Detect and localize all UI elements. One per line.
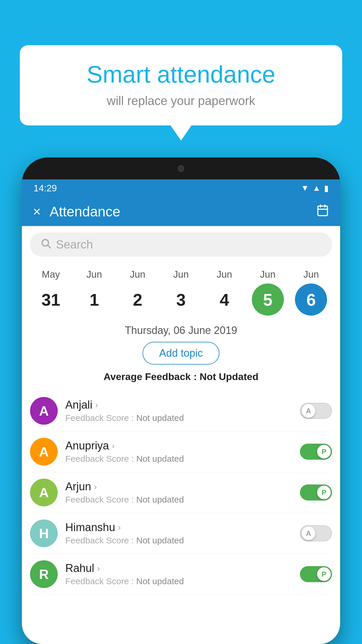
date-col[interactable]: Jun5 — [250, 269, 285, 316]
date-col[interactable]: Jun3 — [164, 269, 198, 316]
student-feedback: Feedback Score : Not updated — [65, 454, 292, 464]
student-row[interactable]: HHimanshu ›Feedback Score : Not updatedA — [30, 513, 332, 554]
student-row[interactable]: AAnupriya ›Feedback Score : Not updatedP — [30, 431, 332, 472]
date-number[interactable]: 1 — [78, 284, 110, 316]
toggle-knob: A — [302, 526, 315, 540]
speech-bubble: Smart attendance will replace your paper… — [20, 45, 342, 125]
chevron-icon: › — [95, 400, 98, 410]
avatar: A — [30, 397, 58, 425]
attendance-toggle[interactable]: P — [300, 566, 332, 582]
date-month: Jun — [217, 269, 232, 280]
speech-bubble-title: Smart attendance — [37, 61, 325, 88]
chevron-icon: › — [118, 523, 121, 532]
student-info: Anupriya ›Feedback Score : Not updated — [65, 440, 292, 464]
phone-notch — [22, 158, 340, 179]
student-info: Anjali ›Feedback Score : Not updated — [65, 399, 292, 423]
avatar: A — [30, 479, 58, 506]
date-number[interactable]: 5 — [252, 284, 284, 316]
date-col[interactable]: Jun6 — [294, 269, 328, 316]
date-month: Jun — [130, 269, 145, 280]
date-col[interactable]: Jun4 — [207, 269, 242, 316]
calendar-icon[interactable] — [316, 204, 329, 219]
student-feedback: Feedback Score : Not updated — [65, 576, 292, 586]
avatar: A — [30, 438, 58, 466]
student-feedback: Feedback Score : Not updated — [65, 495, 292, 505]
chevron-icon: › — [94, 482, 97, 491]
date-month: Jun — [173, 269, 189, 280]
app-header: × Attendance — [22, 197, 340, 226]
battery-icon: ▮ — [324, 183, 328, 193]
header-title: Attendance — [50, 204, 316, 220]
search-bar[interactable]: Search — [30, 232, 332, 257]
toggle-knob: P — [317, 486, 331, 499]
date-number[interactable]: 2 — [122, 284, 154, 316]
student-name: Rahul › — [65, 562, 292, 575]
date-number[interactable]: 4 — [208, 284, 240, 316]
attendance-toggle[interactable]: A — [300, 525, 332, 541]
attendance-toggle[interactable]: P — [300, 444, 332, 460]
student-info: Rahul ›Feedback Score : Not updated — [65, 562, 292, 586]
student-info: Arjun ›Feedback Score : Not updated — [65, 480, 292, 505]
status-time: 14:29 — [34, 183, 57, 194]
chevron-icon: › — [97, 564, 100, 573]
avg-feedback-value: Not Updated — [200, 371, 259, 382]
attendance-toggle[interactable]: A — [300, 403, 332, 419]
avg-feedback: Average Feedback : Not Updated — [22, 371, 340, 382]
date-col[interactable]: Jun1 — [77, 269, 112, 316]
toggle-knob: A — [302, 404, 315, 418]
search-input-label: Search — [56, 238, 93, 251]
toggle-knob: P — [317, 445, 331, 459]
signal-icon: ▲ — [312, 183, 321, 193]
date-col[interactable]: May31 — [33, 269, 68, 316]
search-icon — [40, 238, 51, 251]
student-name: Himanshu › — [65, 521, 292, 534]
date-col[interactable]: Jun2 — [120, 269, 155, 316]
student-name: Anjali › — [65, 399, 292, 411]
student-name: Anupriya › — [65, 440, 292, 452]
date-strip: May31Jun1Jun2Jun3Jun4Jun5Jun6 — [22, 263, 340, 316]
date-number[interactable]: 31 — [35, 284, 67, 316]
date-month: Jun — [303, 269, 319, 280]
phone-frame: 14:29 ▼ ▲ ▮ × Attendance — [22, 158, 340, 644]
avatar: H — [30, 519, 58, 547]
date-number[interactable]: 3 — [165, 284, 197, 316]
student-list: AAnjali ›Feedback Score : Not updatedAAA… — [22, 391, 340, 595]
student-feedback: Feedback Score : Not updated — [65, 536, 292, 545]
camera — [178, 165, 184, 172]
avg-feedback-label: Average Feedback : — [103, 371, 199, 382]
svg-line-5 — [48, 245, 50, 248]
date-month: May — [42, 269, 60, 280]
date-month: Jun — [260, 269, 275, 280]
student-row[interactable]: RRahul ›Feedback Score : Not updatedP — [30, 554, 332, 595]
status-bar: 14:29 ▼ ▲ ▮ — [22, 179, 340, 197]
status-icons: ▼ ▲ ▮ — [301, 183, 328, 193]
selected-date: Thursday, 06 June 2019 — [22, 324, 340, 337]
student-feedback: Feedback Score : Not updated — [65, 413, 292, 423]
student-row[interactable]: AAnjali ›Feedback Score : Not updatedA — [30, 391, 332, 431]
add-topic-button[interactable]: Add topic — [143, 342, 219, 365]
student-name: Arjun › — [65, 480, 292, 493]
speech-bubble-subtitle: will replace your paperwork — [37, 94, 325, 108]
avatar: R — [30, 560, 58, 588]
toggle-knob: P — [317, 567, 331, 581]
wifi-icon: ▼ — [301, 183, 309, 193]
date-number[interactable]: 6 — [295, 284, 327, 316]
attendance-toggle[interactable]: P — [300, 484, 332, 501]
phone-screen: Search May31Jun1Jun2Jun3Jun4Jun5Jun6 Thu… — [22, 226, 340, 644]
chevron-icon: › — [112, 441, 115, 451]
notch-cutout — [168, 160, 194, 176]
close-button[interactable]: × — [33, 204, 41, 219]
date-month: Jun — [87, 269, 102, 280]
student-row[interactable]: AArjun ›Feedback Score : Not updatedP — [30, 472, 332, 513]
student-info: Himanshu ›Feedback Score : Not updated — [65, 521, 292, 545]
svg-rect-0 — [318, 206, 328, 216]
